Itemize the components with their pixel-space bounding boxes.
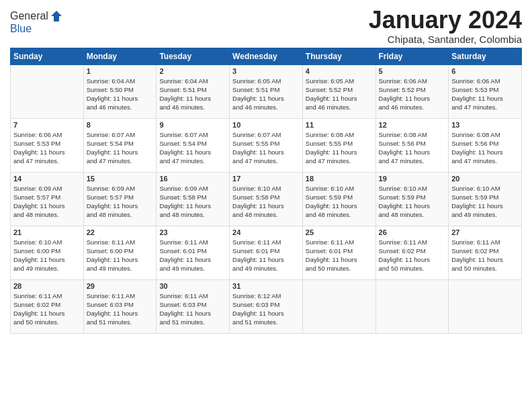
month-title: January 2024	[369, 7, 522, 34]
week-row-4: 21Sunrise: 6:10 AMSunset: 6:00 PMDayligh…	[11, 226, 522, 279]
calendar-table: SundayMondayTuesdayWednesdayThursdayFrid…	[10, 48, 522, 334]
day-cell: 4Sunrise: 6:05 AMSunset: 5:52 PMDaylight…	[302, 64, 375, 118]
page-container: General Blue January 2024 Chipata, Santa…	[0, 0, 532, 340]
day-info: Sunrise: 6:12 AMSunset: 6:03 PMDaylight:…	[232, 291, 300, 327]
logo-blue-text: Blue	[10, 23, 63, 35]
col-header-saturday: Saturday	[449, 48, 522, 64]
day-cell: 23Sunrise: 6:11 AMSunset: 6:01 PMDayligh…	[157, 226, 230, 279]
day-number: 13	[451, 121, 519, 129]
day-number: 7	[13, 121, 81, 129]
col-header-thursday: Thursday	[302, 48, 375, 64]
day-cell: 31Sunrise: 6:12 AMSunset: 6:03 PMDayligh…	[230, 279, 303, 333]
day-cell: 24Sunrise: 6:11 AMSunset: 6:01 PMDayligh…	[230, 226, 303, 279]
title-block: January 2024 Chipata, Santander, Colombi…	[369, 7, 522, 45]
day-info: Sunrise: 6:04 AMSunset: 5:51 PMDaylight:…	[159, 77, 226, 112]
logo: General Blue	[10, 9, 63, 35]
day-number: 27	[451, 228, 519, 236]
day-number: 5	[379, 67, 446, 75]
day-info: Sunrise: 6:06 AMSunset: 5:53 PMDaylight:…	[451, 77, 519, 112]
day-number: 9	[159, 121, 226, 129]
day-cell: 22Sunrise: 6:11 AMSunset: 6:00 PMDayligh…	[83, 226, 157, 279]
day-cell: 16Sunrise: 6:09 AMSunset: 5:58 PMDayligh…	[157, 172, 230, 226]
day-info: Sunrise: 6:09 AMSunset: 5:57 PMDaylight:…	[13, 184, 81, 220]
col-header-friday: Friday	[375, 48, 449, 64]
day-number: 17	[232, 175, 300, 183]
day-info: Sunrise: 6:11 AMSunset: 6:01 PMDaylight:…	[306, 238, 373, 273]
day-number: 19	[379, 175, 446, 183]
day-cell	[302, 279, 375, 333]
location: Chipata, Santander, Colombia	[369, 34, 522, 45]
week-row-3: 14Sunrise: 6:09 AMSunset: 5:57 PMDayligh…	[11, 172, 522, 226]
day-cell: 19Sunrise: 6:10 AMSunset: 5:59 PMDayligh…	[375, 172, 449, 226]
day-info: Sunrise: 6:05 AMSunset: 5:51 PMDaylight:…	[232, 77, 300, 112]
day-number: 29	[87, 282, 154, 290]
day-cell: 28Sunrise: 6:11 AMSunset: 6:02 PMDayligh…	[11, 279, 84, 333]
day-cell	[11, 64, 84, 118]
day-cell: 7Sunrise: 6:06 AMSunset: 5:53 PMDaylight…	[11, 118, 84, 172]
logo-icon	[50, 9, 63, 23]
day-info: Sunrise: 6:11 AMSunset: 6:02 PMDaylight:…	[13, 291, 81, 327]
day-info: Sunrise: 6:09 AMSunset: 5:57 PMDaylight:…	[87, 184, 154, 220]
day-cell: 12Sunrise: 6:08 AMSunset: 5:56 PMDayligh…	[375, 118, 449, 172]
day-cell: 21Sunrise: 6:10 AMSunset: 6:00 PMDayligh…	[11, 226, 84, 279]
day-number: 11	[306, 121, 373, 129]
col-header-wednesday: Wednesday	[230, 48, 303, 64]
svg-marker-0	[51, 11, 62, 21]
day-number: 12	[379, 121, 446, 129]
day-info: Sunrise: 6:07 AMSunset: 5:54 PMDaylight:…	[87, 130, 154, 166]
day-info: Sunrise: 6:04 AMSunset: 5:50 PMDaylight:…	[87, 77, 154, 112]
day-info: Sunrise: 6:10 AMSunset: 6:00 PMDaylight:…	[13, 238, 81, 273]
day-cell: 18Sunrise: 6:10 AMSunset: 5:59 PMDayligh…	[302, 172, 375, 226]
day-info: Sunrise: 6:10 AMSunset: 5:59 PMDaylight:…	[379, 184, 446, 220]
day-number: 4	[306, 67, 373, 75]
day-number: 20	[451, 175, 519, 183]
day-cell: 14Sunrise: 6:09 AMSunset: 5:57 PMDayligh…	[11, 172, 84, 226]
day-number: 10	[232, 121, 300, 129]
day-cell: 13Sunrise: 6:08 AMSunset: 5:56 PMDayligh…	[449, 118, 522, 172]
week-row-2: 7Sunrise: 6:06 AMSunset: 5:53 PMDaylight…	[11, 118, 522, 172]
day-cell: 30Sunrise: 6:11 AMSunset: 6:03 PMDayligh…	[157, 279, 230, 333]
day-cell: 8Sunrise: 6:07 AMSunset: 5:54 PMDaylight…	[83, 118, 157, 172]
week-row-5: 28Sunrise: 6:11 AMSunset: 6:02 PMDayligh…	[11, 279, 522, 333]
day-number: 16	[159, 175, 226, 183]
day-info: Sunrise: 6:11 AMSunset: 6:02 PMDaylight:…	[451, 238, 519, 273]
day-number: 6	[451, 67, 519, 75]
day-info: Sunrise: 6:05 AMSunset: 5:52 PMDaylight:…	[306, 77, 373, 112]
day-info: Sunrise: 6:10 AMSunset: 5:59 PMDaylight:…	[306, 184, 373, 220]
day-number: 8	[87, 121, 154, 129]
day-cell: 10Sunrise: 6:07 AMSunset: 5:55 PMDayligh…	[230, 118, 303, 172]
day-number: 31	[232, 282, 300, 290]
day-info: Sunrise: 6:11 AMSunset: 6:00 PMDaylight:…	[87, 238, 154, 273]
day-info: Sunrise: 6:06 AMSunset: 5:52 PMDaylight:…	[379, 77, 446, 112]
day-cell	[449, 279, 522, 333]
logo-general-text: General	[10, 10, 48, 22]
day-number: 30	[159, 282, 226, 290]
day-number: 14	[13, 175, 81, 183]
day-number: 18	[306, 175, 373, 183]
day-info: Sunrise: 6:07 AMSunset: 5:55 PMDaylight:…	[232, 130, 300, 166]
day-info: Sunrise: 6:09 AMSunset: 5:58 PMDaylight:…	[159, 184, 226, 220]
day-number: 26	[379, 228, 446, 236]
day-cell: 5Sunrise: 6:06 AMSunset: 5:52 PMDaylight…	[375, 64, 449, 118]
day-number: 28	[13, 282, 81, 290]
day-cell: 17Sunrise: 6:10 AMSunset: 5:58 PMDayligh…	[230, 172, 303, 226]
day-cell: 25Sunrise: 6:11 AMSunset: 6:01 PMDayligh…	[302, 226, 375, 279]
day-cell: 15Sunrise: 6:09 AMSunset: 5:57 PMDayligh…	[83, 172, 157, 226]
day-info: Sunrise: 6:11 AMSunset: 6:03 PMDaylight:…	[159, 291, 226, 327]
day-cell: 11Sunrise: 6:08 AMSunset: 5:55 PMDayligh…	[302, 118, 375, 172]
day-cell: 26Sunrise: 6:11 AMSunset: 6:02 PMDayligh…	[375, 226, 449, 279]
day-number: 2	[159, 67, 226, 75]
week-row-1: 1Sunrise: 6:04 AMSunset: 5:50 PMDaylight…	[11, 64, 522, 118]
header-row: SundayMondayTuesdayWednesdayThursdayFrid…	[11, 48, 522, 64]
day-number: 24	[232, 228, 300, 236]
day-info: Sunrise: 6:10 AMSunset: 5:58 PMDaylight:…	[232, 184, 300, 220]
day-number: 25	[306, 228, 373, 236]
header: General Blue January 2024 Chipata, Santa…	[10, 7, 522, 45]
day-cell: 9Sunrise: 6:07 AMSunset: 5:54 PMDaylight…	[157, 118, 230, 172]
day-cell: 6Sunrise: 6:06 AMSunset: 5:53 PMDaylight…	[449, 64, 522, 118]
day-info: Sunrise: 6:08 AMSunset: 5:55 PMDaylight:…	[306, 130, 373, 166]
day-number: 21	[13, 228, 81, 236]
day-number: 15	[87, 175, 154, 183]
day-number: 3	[232, 67, 300, 75]
day-info: Sunrise: 6:11 AMSunset: 6:01 PMDaylight:…	[232, 238, 300, 273]
